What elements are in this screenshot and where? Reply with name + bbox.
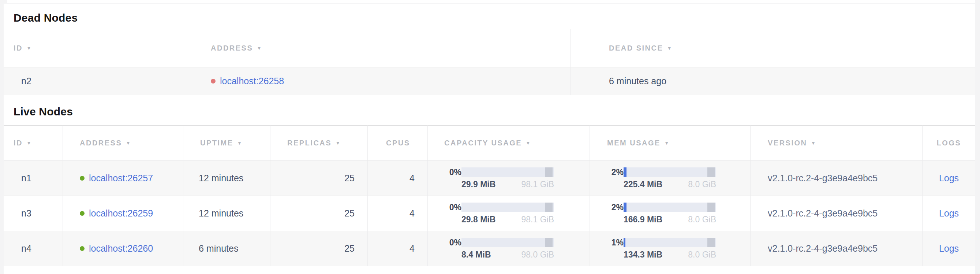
capacity-bar — [461, 202, 554, 212]
live-col-header-logs: LOGS — [922, 125, 975, 161]
column-label: MEM USAGE — [607, 139, 660, 147]
capacity-percent: 0% — [449, 167, 461, 177]
capacity-used-value: 29.8 MiB — [461, 215, 495, 225]
column-label: VERSION — [768, 139, 807, 147]
logs-cell: Logs — [922, 231, 975, 266]
logs-cell: Logs — [922, 196, 975, 231]
mem-bar-fill — [624, 167, 627, 177]
previous-section-edge — [7, 0, 975, 3]
version-cell: v2.1.0-rc.2-4-g3e9a4e9bc5 — [750, 196, 922, 231]
column-label: ID — [14, 44, 23, 53]
capacity-total-value: 98.1 GiB — [522, 215, 554, 225]
column-label: ADDRESS — [80, 139, 122, 147]
cpus-cell: 4 — [368, 196, 428, 231]
dead-col-header-address[interactable]: ADDRESS ▼ — [196, 29, 570, 67]
capacity-bar-marker — [545, 167, 552, 177]
logs-cell: Logs — [922, 161, 975, 196]
capacity-usage-cell: 0% 8.4 MiB 98.0 GiB — [428, 231, 590, 266]
dead-col-header-id[interactable]: ID ▼ — [4, 29, 196, 67]
capacity-bar-marker — [545, 238, 552, 247]
live-nodes-table: ID ▼ ADDRESS ▼ UPTIME ▼ REPLICAS ▼ CPUS … — [4, 125, 975, 266]
capacity-bar — [461, 167, 554, 177]
live-col-header-id[interactable]: ID ▼ — [4, 125, 62, 161]
capacity-bar-marker — [545, 202, 552, 212]
live-col-header-replicas[interactable]: REPLICAS ▼ — [270, 125, 368, 161]
dead-node-address-cell: localhost:26258 — [196, 67, 570, 95]
mem-bar-marker — [707, 167, 715, 177]
live-nodes-title: Live Nodes — [14, 106, 73, 118]
live-node-address-link[interactable]: localhost:26259 — [89, 208, 153, 219]
column-label: REPLICAS — [287, 139, 331, 147]
sort-arrow-icon: ▼ — [664, 140, 670, 146]
live-col-header-capacity-usage[interactable]: CAPACITY USAGE ▼ — [428, 125, 590, 161]
capacity-used-value: 8.4 MiB — [461, 250, 491, 260]
capacity-total-value: 98.1 GiB — [522, 180, 554, 190]
uptime-cell: 6 minutes — [183, 231, 270, 266]
live-node-address-cell: localhost:26259 — [62, 196, 183, 231]
sort-arrow-icon: ▼ — [667, 45, 673, 51]
version-cell: v2.1.0-rc.2-4-g3e9a4e9bc5 — [750, 231, 922, 266]
live-node-id: n4 — [4, 231, 62, 266]
nodes-overview-card: Dead Nodes ID ▼ ADDRESS ▼ DEAD SINCE ▼ n… — [4, 4, 975, 274]
live-col-header-cpus: CPUS — [368, 125, 428, 161]
live-status-dot-icon — [80, 176, 84, 181]
capacity-usage-cell: 0% 29.9 MiB 98.1 GiB — [428, 161, 590, 196]
live-status-dot-icon — [80, 211, 84, 216]
mem-bar — [624, 238, 716, 247]
logs-link[interactable]: Logs — [939, 243, 959, 254]
dead-nodes-table: ID ▼ ADDRESS ▼ DEAD SINCE ▼ n2 localhost… — [4, 29, 975, 95]
column-label: ID — [14, 139, 23, 147]
live-node-id: n1 — [4, 161, 62, 196]
live-node-address-cell: localhost:26260 — [62, 231, 183, 266]
live-node-id: n3 — [4, 196, 62, 231]
dead-status-dot-icon — [211, 79, 216, 83]
capacity-percent: 0% — [449, 202, 461, 212]
live-col-header-version[interactable]: VERSION ▼ — [750, 125, 922, 161]
capacity-percent: 0% — [449, 238, 461, 248]
mem-bar-fill — [624, 238, 625, 247]
live-col-header-mem-usage[interactable]: MEM USAGE ▼ — [590, 125, 750, 161]
replicas-cell: 25 — [270, 161, 368, 196]
mem-total-value: 8.0 GiB — [688, 180, 716, 190]
mem-bar-fill — [624, 202, 627, 212]
uptime-cell: 12 minutes — [183, 196, 270, 231]
dead-col-header-dead-since[interactable]: DEAD SINCE ▼ — [570, 29, 975, 67]
mem-percent: 2% — [611, 202, 624, 212]
capacity-total-value: 98.0 GiB — [522, 250, 554, 260]
live-col-header-address[interactable]: ADDRESS ▼ — [62, 125, 183, 161]
live-node-address-link[interactable]: localhost:26257 — [89, 173, 153, 183]
column-label: UPTIME — [200, 139, 234, 147]
sort-arrow-icon: ▼ — [126, 140, 131, 146]
logs-link[interactable]: Logs — [939, 208, 959, 219]
live-status-dot-icon — [80, 246, 84, 251]
mem-total-value: 8.0 GiB — [688, 215, 716, 225]
logs-link[interactable]: Logs — [939, 173, 959, 183]
dead-node-address-link[interactable]: localhost:26258 — [220, 76, 284, 86]
dead-node-id: n2 — [4, 67, 196, 95]
mem-bar — [624, 167, 716, 177]
mem-usage-cell: 2% 225.4 MiB 8.0 GiB — [590, 161, 750, 196]
sort-arrow-icon: ▼ — [237, 140, 243, 146]
mem-bar-marker — [707, 202, 715, 212]
sort-arrow-icon: ▼ — [26, 140, 32, 146]
mem-used-value: 225.4 MiB — [624, 180, 662, 190]
live-node-address-link[interactable]: localhost:26260 — [89, 243, 153, 254]
mem-total-value: 8.0 GiB — [688, 250, 716, 260]
sort-arrow-icon: ▼ — [256, 45, 262, 51]
live-node-address-cell: localhost:26257 — [62, 161, 183, 196]
cpus-cell: 4 — [368, 161, 428, 196]
capacity-used-value: 29.9 MiB — [461, 180, 495, 190]
dead-nodes-title: Dead Nodes — [14, 12, 78, 24]
mem-used-value: 166.9 MiB — [624, 215, 662, 225]
mem-percent: 2% — [611, 167, 624, 177]
mem-bar — [624, 202, 716, 212]
column-label: CAPACITY USAGE — [444, 139, 522, 147]
replicas-cell: 25 — [270, 231, 368, 266]
mem-bar-marker — [707, 238, 715, 247]
cpus-cell: 4 — [368, 231, 428, 266]
version-cell: v2.1.0-rc.2-4-g3e9a4e9bc5 — [750, 161, 922, 196]
live-col-header-uptime[interactable]: UPTIME ▼ — [183, 125, 270, 161]
column-label: CPUS — [386, 139, 410, 147]
uptime-cell: 12 minutes — [183, 161, 270, 196]
sort-arrow-icon: ▼ — [26, 45, 32, 51]
